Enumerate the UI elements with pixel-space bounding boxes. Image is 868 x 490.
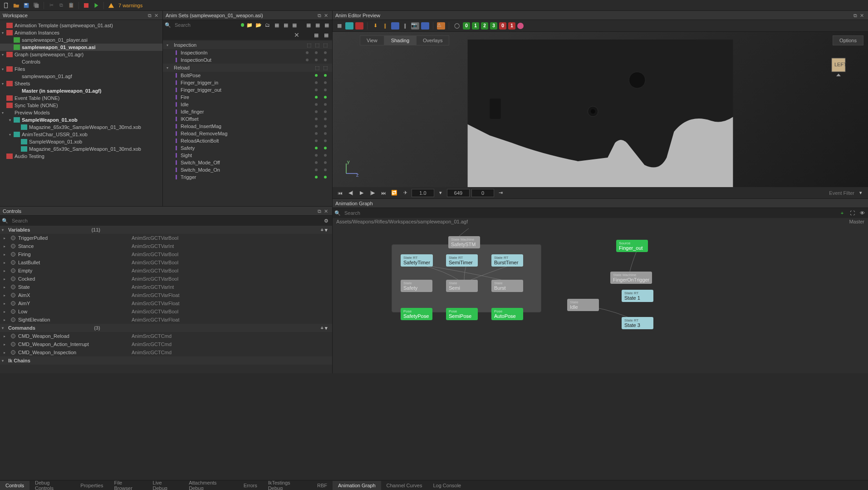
variable-row[interactable]: ▸LastBulletAnimSrcGCTVarBool — [0, 258, 332, 267]
anim-item[interactable]: Finger_trigger_out — [163, 86, 332, 94]
bottom-tab[interactable]: Animation Graph — [333, 481, 381, 490]
node-st-idle[interactable]: StateIdle — [567, 299, 599, 311]
anim-item[interactable]: Switch_Mode_On — [163, 166, 332, 173]
anim-group-header[interactable]: ▾Inspection⬚⬚⬚ — [163, 41, 332, 49]
animgraph-canvas[interactable]: Assets/Weapons/Rifles/Workspaces/samplew… — [333, 218, 868, 373]
tree-item[interactable]: ▾Sheets — [0, 80, 162, 87]
bottom-tab[interactable]: RBF — [312, 481, 333, 490]
bottom-tab[interactable]: Properties — [75, 481, 108, 490]
bottom-tab[interactable]: Log Console — [427, 481, 466, 490]
tree-item[interactable]: ▾Preview Models — [0, 109, 162, 116]
caret-icon[interactable]: ‖ — [381, 22, 389, 30]
variable-row[interactable]: ▸AimXAnimSrcGCTVarFloat — [0, 291, 332, 299]
grid-icon[interactable]: ▦ — [335, 22, 343, 30]
tree-item[interactable]: Event Table (NONE) — [0, 94, 162, 102]
node-rt-safety[interactable]: State RTSafetyTimer — [401, 254, 433, 267]
tree-item[interactable]: ▾Graph (sampleweapon_01.agr) — [0, 51, 162, 58]
node-st-semi[interactable]: StateSemi — [446, 280, 478, 292]
node-rt-s3[interactable]: State RTState 3 — [622, 317, 653, 329]
circle-icon[interactable]: ◯ — [453, 22, 461, 30]
node-sm-finger[interactable]: State MachineFingerOnTrigger — [610, 272, 652, 284]
add-node-icon[interactable]: + — [838, 209, 846, 217]
view-cube[interactable]: LEFT — [827, 54, 850, 77]
variable-row[interactable]: ▸StanceAnimSrcGCTVarInt — [0, 242, 332, 250]
camera-icon[interactable]: 📷 — [411, 22, 419, 30]
3d-viewport[interactable]: View Shading Overlays Options y z — [333, 32, 868, 187]
tree-item[interactable]: ▾AnimTestChar_USSR_01.xob — [0, 131, 162, 138]
send-icon[interactable]: ✈ — [401, 189, 410, 197]
badge-1[interactable]: 1 — [472, 22, 479, 30]
loop-icon[interactable]: 🔁 — [390, 189, 399, 197]
close-icon[interactable]: ✕ — [324, 208, 329, 214]
bottom-tab[interactable]: Controls — [0, 481, 29, 490]
var-group-header[interactable]: ▾Commands(3)+ ▾ — [0, 324, 332, 332]
tree-item[interactable]: Magazine_65x39c_SampleWeapon_01_30rnd.xo… — [0, 145, 162, 153]
range-icon[interactable]: ⇥ — [496, 189, 505, 197]
prev-frame-icon[interactable]: ◀| — [346, 189, 355, 197]
variable-row[interactable]: ▸SightElevationAnimSrcGCTVarFloat — [0, 316, 332, 324]
close-icon[interactable]: ✕ — [860, 13, 865, 18]
anim-item[interactable]: BoltPose — [163, 72, 332, 79]
skip-start-icon[interactable]: ⏮ — [335, 189, 344, 197]
gear-icon[interactable]: ⚙ — [322, 217, 330, 225]
node-rt-semi[interactable]: State RTSemiTimer — [446, 254, 478, 267]
tree-item[interactable]: sampleweapon_01_player.asi — [0, 36, 162, 44]
tree-item[interactable]: ▾Files — [0, 65, 162, 73]
tool-blue-icon[interactable] — [391, 22, 399, 30]
skip-end-icon[interactable]: ⏭ — [379, 189, 388, 197]
fit-icon[interactable]: ⛶ — [848, 209, 856, 217]
animsets-search-input[interactable] — [173, 22, 239, 28]
close-icon[interactable]: ✕ — [324, 13, 329, 18]
grid-6-icon[interactable]: ▦ — [323, 21, 330, 29]
variable-row[interactable]: ▸AimYAnimSrcGCTVarFloat — [0, 299, 332, 307]
undock-icon[interactable]: ⧉ — [853, 13, 859, 18]
speed-dropdown-icon[interactable]: ▾ — [436, 189, 445, 197]
node-pose-safety[interactable]: PoseSafetyPose — [401, 308, 432, 320]
node-rt-s1[interactable]: State RTState 1 — [622, 290, 653, 302]
paste-icon[interactable]: 📋 — [67, 1, 76, 10]
command-row[interactable]: ▸CMD_Weapon_Action_InterruptAnimSrcGCTCm… — [0, 340, 332, 348]
warnings-count[interactable]: 7 warnings — [118, 3, 142, 8]
node-pose-semi[interactable]: PoseSemiPose — [446, 308, 478, 320]
badge-3[interactable]: 3 — [490, 22, 497, 30]
anim-item[interactable]: IKOffset — [163, 115, 332, 123]
command-row[interactable]: ▸CMD_Weapon_ReloadAnimSrcGCTCmd — [0, 332, 332, 340]
folder-icon[interactable]: 📁 — [246, 21, 253, 29]
node-st-burst[interactable]: StateBurst — [491, 280, 523, 292]
folder-open-icon[interactable]: 📂 — [255, 21, 262, 29]
node-sm-safety[interactable]: State MachineSafetySTM — [448, 236, 480, 248]
clear-icon[interactable]: ✕ — [294, 31, 299, 39]
tree-item[interactable]: Sync Table (NONE) — [0, 102, 162, 109]
tree-item[interactable]: ▾Animation Instances — [0, 29, 162, 36]
open-folder-icon[interactable] — [12, 1, 21, 10]
pause-icon[interactable]: ‖ — [401, 22, 409, 30]
total-frames-field[interactable] — [447, 189, 470, 197]
node-st-safety[interactable]: StateSafety — [401, 280, 432, 292]
folder-alt-icon[interactable]: 🗂 — [264, 21, 271, 29]
current-frame-field[interactable] — [471, 189, 494, 197]
var-group-header[interactable]: ▾Ik Chains — [0, 356, 332, 365]
bottom-tab[interactable]: Live Debug — [147, 478, 184, 490]
bottom-tab[interactable]: File Browser — [108, 478, 147, 490]
tree-item[interactable]: Magazine_65x39c_SampleWeapon_01_30rnd.xo… — [0, 124, 162, 131]
tree-item[interactable]: SampleWeapon_01.xob — [0, 138, 162, 145]
tool-cyan-icon[interactable] — [345, 22, 353, 30]
next-frame-icon[interactable]: |▶ — [368, 189, 377, 197]
anim-item[interactable]: Safety — [163, 144, 332, 152]
save-all-icon[interactable] — [32, 1, 41, 10]
bottom-tab[interactable]: IkTestings Debug — [263, 478, 312, 490]
tree-item[interactable]: sampleweapon_01_weapon.asi — [0, 44, 162, 51]
play-icon[interactable] — [92, 1, 101, 10]
bottom-tab[interactable]: Attachments Debug — [183, 478, 238, 490]
event-filter-label[interactable]: Event Filter — [829, 190, 854, 196]
node-src-finger[interactable]: SourceFinger_out — [616, 240, 648, 252]
node-pose-auto[interactable]: PoseAutoPose — [491, 308, 523, 320]
var-group-header[interactable]: ▾Variables(11)+ ▾ — [0, 226, 332, 234]
tree-item[interactable]: Master (in sampleweapon_01.agf) — [0, 87, 162, 94]
warning-triangle-icon[interactable]: ⚠ — [437, 22, 445, 30]
tree-item[interactable]: Controls — [0, 58, 162, 65]
badge-2[interactable]: 2 — [481, 22, 488, 30]
cursor-icon[interactable]: ⬇ — [371, 22, 379, 30]
anim-item[interactable]: InspectionIn — [163, 49, 332, 56]
node-rt-burst[interactable]: State RTBurstTimer — [491, 254, 523, 267]
